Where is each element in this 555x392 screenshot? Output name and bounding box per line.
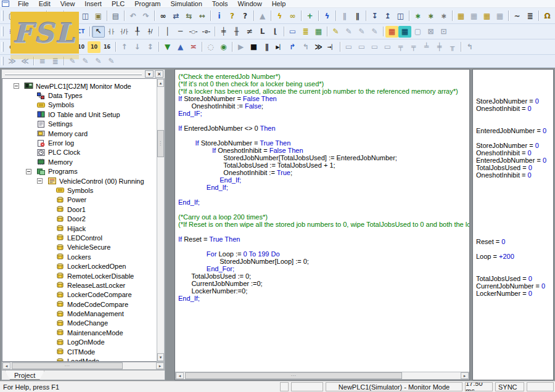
- step-into-icon[interactable]: ↱: [286, 41, 299, 53]
- new-contact-icon[interactable]: ┤├: [105, 26, 118, 38]
- tree-item-symbols[interactable]: Symbols: [2, 186, 157, 195]
- download-icon[interactable]: ↧: [368, 10, 381, 22]
- tree-item-symbols[interactable]: Symbols: [2, 100, 157, 110]
- pause-monitor-icon[interactable]: ∥: [351, 10, 364, 22]
- replace-icon[interactable]: ⇄: [170, 10, 183, 22]
- tree-item-remotelockerdisable[interactable]: RemoteLockerDisable: [2, 271, 157, 280]
- rung-comment-icon[interactable]: ≣: [299, 26, 312, 38]
- tree-item-memory-card[interactable]: Memory card: [2, 129, 157, 138]
- tree-item-loadmode[interactable]: LoadMode: [2, 356, 157, 362]
- tree-item-door2[interactable]: Door2: [2, 214, 157, 223]
- work-online-simulator-icon[interactable]: ϟ: [273, 10, 286, 22]
- tree-item-logonmode[interactable]: LogOnMode: [2, 338, 157, 347]
- collapse-icon[interactable]: [26, 169, 31, 174]
- toolbar-grip[interactable]: [1, 57, 4, 65]
- monitor-mode-icon[interactable]: ◉: [217, 41, 230, 53]
- compare-icon[interactable]: ◫: [394, 10, 407, 22]
- panel-grip[interactable]: [5, 73, 142, 75]
- panel-close-icon[interactable]: ✕: [155, 70, 163, 78]
- collapse-icon[interactable]: [37, 178, 43, 184]
- tree-item-plc-clock[interactable]: PLC Clock: [2, 148, 157, 157]
- menu-edit[interactable]: Edit: [34, 0, 56, 8]
- new-coil-icon[interactable]: -○-: [187, 26, 200, 38]
- falling-contact-icon[interactable]: ╫: [230, 26, 243, 38]
- tree-item-releaselastlocker[interactable]: ReleaseLastLocker: [2, 280, 157, 290]
- upload-icon[interactable]: ↥: [381, 10, 394, 22]
- toolbar-grip[interactable]: [1, 10, 4, 22]
- download-to-plc-icon[interactable]: ▼: [161, 41, 174, 53]
- copy-icon[interactable]: ◫: [79, 10, 92, 22]
- scroll-thumb[interactable]: [12, 362, 123, 369]
- tree-item-door1[interactable]: Door1: [2, 205, 157, 214]
- context-help-icon[interactable]: ?: [239, 10, 252, 22]
- run-mode-icon[interactable]: ◌: [204, 41, 217, 53]
- st-code-area[interactable]: (*Check the enteredJob Number*)(*If it's…: [175, 70, 469, 372]
- tree-item-settings[interactable]: Settings: [2, 120, 157, 129]
- editor-horizontal-scrollbar[interactable]: ◂ ▸: [175, 372, 469, 380]
- compile-all-icon[interactable]: ∗: [424, 10, 437, 22]
- new-closed-contact-icon[interactable]: ┤/├: [118, 26, 131, 38]
- paste-icon[interactable]: ▣: [92, 10, 105, 22]
- transfer-online-icon[interactable]: ϟ: [321, 10, 334, 22]
- new-or-contact-icon[interactable]: ╀: [131, 26, 144, 38]
- rising-contact-icon[interactable]: ╪: [217, 26, 230, 38]
- tree-item-modechange[interactable]: ModeChange: [2, 319, 157, 328]
- tree-item-power[interactable]: Power: [2, 195, 157, 205]
- menu-window[interactable]: Window: [233, 0, 267, 8]
- scroll-up-icon[interactable]: ▴: [157, 79, 164, 87]
- run-to-end-icon[interactable]: →▏: [325, 41, 338, 53]
- watch-window-icon[interactable]: ▦: [385, 26, 398, 38]
- watch-value-panel[interactable]: StoreJobNumber = 0OneshotInhibit = 0Ente…: [472, 69, 554, 380]
- find-next-icon[interactable]: ⇆: [183, 10, 195, 22]
- tab-project[interactable]: Project: [5, 370, 44, 380]
- data-trace-icon[interactable]: ▦: [480, 10, 493, 22]
- menu-program[interactable]: Program: [130, 0, 165, 8]
- cycle-time-icon[interactable]: ~: [511, 10, 524, 22]
- tree-item-newplc1-cj2m-monitor-mode[interactable]: NewPLC1[CJ2M] Monitor Mode: [2, 81, 157, 91]
- lock-icon[interactable]: Ω: [541, 10, 554, 22]
- vertical-line-icon[interactable]: │: [161, 26, 174, 38]
- tree-item-lockers[interactable]: Lockers: [2, 252, 157, 261]
- tree-item-hijack[interactable]: Hijack: [2, 224, 157, 233]
- tree-item-io-table-and-unit-setup[interactable]: IO Table and Unit Setup: [2, 110, 157, 119]
- new-closed-coil-icon[interactable]: -⊘-: [200, 26, 213, 38]
- tree-item-data-types[interactable]: Data Types: [2, 91, 157, 100]
- scroll-left-icon[interactable]: ◂: [176, 372, 184, 379]
- tree-item-memory[interactable]: Memory: [2, 157, 157, 166]
- upload-from-plc-icon[interactable]: ▲: [174, 41, 187, 53]
- io-comment-icon[interactable]: ▭: [286, 26, 299, 38]
- scroll-thumb[interactable]: [157, 130, 164, 157]
- pause-icon[interactable]: ∥: [260, 41, 273, 53]
- profile-icon[interactable]: ≣: [524, 10, 536, 22]
- select-mode-icon[interactable]: ↖: [92, 26, 105, 38]
- step-icon[interactable]: ▶▏: [273, 41, 286, 53]
- tree-item-maintenancemode[interactable]: MaintenanceMode: [2, 328, 157, 337]
- compare-with-plc-icon[interactable]: ≍: [187, 41, 200, 53]
- line-delete-icon[interactable]: ⌊: [269, 26, 282, 38]
- scroll-right-icon[interactable]: ▸: [461, 372, 469, 379]
- tree-vertical-scrollbar[interactable]: ▴ ▾: [157, 78, 165, 362]
- online-lookup-icon[interactable]: ∞: [286, 10, 299, 22]
- find-icon[interactable]: ∞: [157, 10, 170, 22]
- tree-item-vehiclecontrol-00-running[interactable]: VehicleControl (00) Running: [2, 176, 157, 186]
- menu-file[interactable]: File: [13, 0, 34, 8]
- compile-program-icon[interactable]: ∗: [411, 10, 424, 22]
- scroll-left-icon[interactable]: ◂: [2, 362, 10, 369]
- tree-item-lockerlockedopen[interactable]: LockerLockedOpen: [2, 261, 157, 271]
- tree-item-vehiclesecure[interactable]: VehicleSecure: [2, 243, 157, 252]
- stop-icon[interactable]: ■: [247, 41, 260, 53]
- hex-icon[interactable]: 16: [101, 41, 113, 53]
- edit-comment-icon[interactable]: ✎: [329, 26, 342, 38]
- collapse-icon[interactable]: [14, 83, 19, 89]
- program-check-icon[interactable]: ∗: [437, 10, 450, 22]
- work-online-icon[interactable]: +: [303, 10, 316, 22]
- toolbar-grip[interactable]: [1, 27, 4, 37]
- scroll-down-icon[interactable]: ▾: [157, 353, 164, 361]
- horizontal-line-icon[interactable]: ─: [174, 26, 187, 38]
- about-icon[interactable]: i: [213, 10, 226, 22]
- scroll-thumb[interactable]: [185, 372, 402, 379]
- monitor-icon[interactable]: ▦: [454, 10, 467, 22]
- monitor-clock-icon[interactable]: ▦: [312, 26, 325, 38]
- tree-item-ledcontrol[interactable]: LEDControl: [2, 233, 157, 242]
- tree-horizontal-scrollbar[interactable]: ◂ ▸: [2, 362, 165, 370]
